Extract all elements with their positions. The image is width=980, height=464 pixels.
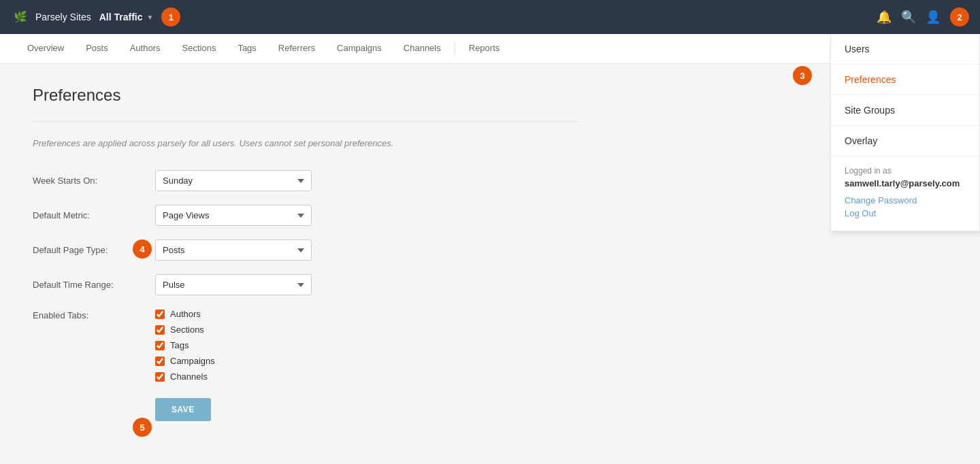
- default-metric-row: Default Metric: Page Views Visitors Enga…: [33, 205, 580, 226]
- dropdown-item-site-groups[interactable]: Site Groups: [831, 95, 979, 126]
- save-button[interactable]: SAVE: [155, 398, 211, 421]
- nav-tab-sections[interactable]: Sections: [172, 34, 227, 64]
- week-starts-row: Week Starts On: Sunday Monday: [33, 170, 580, 191]
- nav-tab-tags[interactable]: Tags: [227, 34, 267, 64]
- badge-2[interactable]: 2: [950, 7, 969, 27]
- checkbox-authors-input[interactable]: [155, 310, 165, 319]
- traffic-label: All Traffic: [99, 12, 143, 22]
- checkbox-channels-label: Channels: [170, 371, 208, 382]
- logged-in-as-text: Logged in as: [845, 166, 966, 176]
- checkbox-channels-input[interactable]: [155, 372, 165, 382]
- checkbox-channels[interactable]: Channels: [155, 371, 215, 382]
- preferences-note: Preferences are applied across parsely f…: [33, 138, 580, 148]
- traffic-caret-icon: ▼: [147, 14, 154, 21]
- title-divider: [33, 121, 580, 122]
- dropdown-item-users[interactable]: Users: [831, 34, 979, 65]
- default-page-type-row: Default Page Type: Posts Authors Section…: [33, 239, 580, 261]
- nav-divider: [455, 42, 455, 56]
- traffic-selector[interactable]: All Traffic ▼: [99, 12, 154, 22]
- checkbox-sections-label: Sections: [170, 325, 204, 335]
- checkbox-campaigns-label: Campaigns: [170, 356, 215, 366]
- nav-tab-overview[interactable]: Overview: [16, 34, 75, 64]
- nav-tab-reports[interactable]: Reports: [458, 34, 511, 64]
- nav-tab-campaigns[interactable]: Campaigns: [326, 34, 393, 64]
- week-starts-label: Week Starts On:: [33, 176, 155, 186]
- user-dropdown-menu: Users Preferences Site Groups Overlay Lo…: [830, 34, 980, 231]
- checkbox-authors[interactable]: Authors: [155, 309, 215, 319]
- search-icon[interactable]: 🔍: [901, 10, 916, 24]
- default-metric-select[interactable]: Page Views Visitors Engaged Time: [155, 205, 312, 226]
- badge-4: 4: [133, 239, 152, 259]
- dropdown-item-overlay[interactable]: Overlay: [831, 126, 979, 156]
- parsely-logo-icon: 🌿: [11, 7, 30, 27]
- dropdown-item-preferences[interactable]: Preferences: [831, 65, 979, 95]
- top-nav: 🌿 Parsely Sites All Traffic ▼ 1 🔔 🔍 👤 2: [0, 0, 980, 34]
- badge-3: 3: [793, 66, 812, 85]
- page-title: Preferences: [33, 86, 580, 105]
- nav-right: 🔔 🔍 👤 2: [877, 7, 969, 27]
- default-metric-label: Default Metric:: [33, 210, 155, 220]
- checkbox-campaigns[interactable]: Campaigns: [155, 356, 215, 366]
- change-password-link[interactable]: Change Password: [845, 195, 966, 205]
- main-content: Preferences Preferences are applied acro…: [0, 64, 612, 443]
- site-name-label: Parsely Sites: [35, 12, 91, 22]
- default-time-range-row: Default Time Range: Pulse Last 7 Days La…: [33, 274, 580, 295]
- badge-1[interactable]: 1: [161, 7, 180, 27]
- nav-tab-authors[interactable]: Authors: [119, 34, 172, 64]
- nav-tab-channels[interactable]: Channels: [393, 34, 452, 64]
- dropdown-footer: Logged in as samwell.tarly@parsely.com C…: [831, 156, 979, 231]
- checkbox-campaigns-input[interactable]: [155, 357, 165, 366]
- default-time-range-label: Default Time Range:: [33, 280, 155, 290]
- default-time-range-select[interactable]: Pulse Last 7 Days Last 30 Days: [155, 274, 312, 295]
- enabled-tabs-label: Enabled Tabs:: [33, 309, 155, 320]
- checkbox-sections[interactable]: Sections: [155, 325, 215, 335]
- nav-tab-referrers[interactable]: Referrers: [267, 34, 326, 64]
- checkbox-list: Authors Sections Tags Campaigns Channels: [155, 309, 215, 382]
- checkbox-sections-input[interactable]: [155, 325, 165, 335]
- bell-icon[interactable]: 🔔: [877, 10, 892, 24]
- checkbox-tags-input[interactable]: [155, 341, 165, 350]
- nav-tab-posts[interactable]: Posts: [75, 34, 119, 64]
- checkbox-tags[interactable]: Tags: [155, 340, 215, 350]
- svg-text:🌿: 🌿: [14, 10, 27, 23]
- checkbox-authors-label: Authors: [170, 309, 201, 319]
- log-out-link[interactable]: Log Out: [845, 208, 966, 218]
- user-email-text: samwell.tarly@parsely.com: [845, 178, 966, 188]
- checkbox-tags-label: Tags: [170, 340, 189, 350]
- week-starts-select[interactable]: Sunday Monday: [155, 170, 312, 191]
- user-icon[interactable]: 👤: [926, 10, 941, 24]
- enabled-tabs-section: Enabled Tabs: Authors Sections Tags Camp…: [33, 309, 580, 382]
- default-page-type-select[interactable]: Posts Authors Sections Tags: [155, 239, 312, 261]
- badge-5: 5: [133, 418, 152, 437]
- logo-area: 🌿 Parsely Sites: [11, 7, 91, 27]
